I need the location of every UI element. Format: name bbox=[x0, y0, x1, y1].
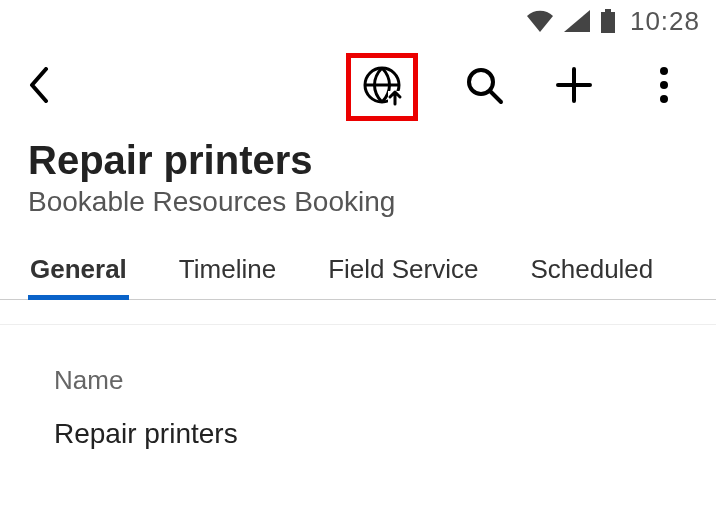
field-name-label: Name bbox=[54, 365, 688, 396]
more-button[interactable] bbox=[640, 63, 688, 111]
page-title: Repair printers bbox=[28, 138, 688, 182]
status-bar: 10:28 bbox=[0, 0, 716, 42]
app-bar bbox=[0, 42, 716, 132]
tabs: General Timeline Field Service Scheduled bbox=[0, 236, 716, 300]
battery-icon bbox=[600, 9, 616, 33]
page-subtitle: Bookable Resources Booking bbox=[28, 186, 688, 218]
globe-upload-icon bbox=[361, 64, 403, 110]
svg-point-7 bbox=[660, 95, 668, 103]
form-general: Name Repair printers bbox=[0, 324, 716, 450]
field-name-value[interactable]: Repair printers bbox=[54, 418, 688, 450]
plus-icon bbox=[554, 65, 594, 109]
add-button[interactable] bbox=[550, 63, 598, 111]
header-titles: Repair printers Bookable Resources Booki… bbox=[0, 132, 716, 236]
search-icon bbox=[464, 65, 504, 109]
app-bar-actions bbox=[346, 53, 688, 121]
tab-scheduled[interactable]: Scheduled bbox=[528, 254, 655, 299]
cellular-icon bbox=[564, 10, 590, 32]
offline-upload-button[interactable] bbox=[346, 53, 418, 121]
clock: 10:28 bbox=[630, 6, 700, 37]
search-button[interactable] bbox=[460, 63, 508, 111]
back-button[interactable] bbox=[28, 63, 68, 111]
svg-rect-0 bbox=[605, 9, 611, 12]
svg-rect-1 bbox=[601, 12, 615, 33]
chevron-left-icon bbox=[28, 67, 50, 107]
tab-field-service[interactable]: Field Service bbox=[326, 254, 480, 299]
wifi-icon bbox=[526, 10, 554, 32]
tab-general[interactable]: General bbox=[28, 254, 129, 299]
tab-timeline[interactable]: Timeline bbox=[177, 254, 278, 299]
svg-point-5 bbox=[660, 67, 668, 75]
more-vertical-icon bbox=[658, 65, 670, 109]
svg-point-6 bbox=[660, 81, 668, 89]
